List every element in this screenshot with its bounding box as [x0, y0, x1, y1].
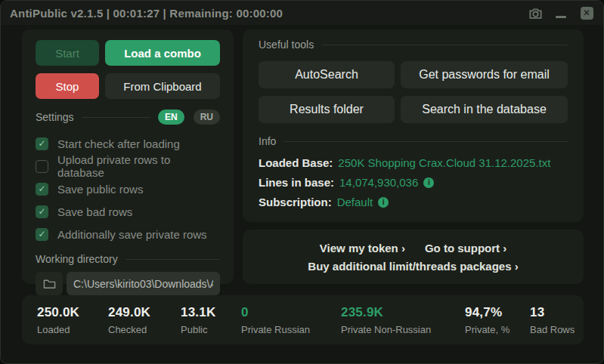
results-folder-button[interactable]: Results folder [259, 96, 395, 123]
info-header: Info [259, 135, 568, 147]
subscription-row: Subscription: Default i [259, 196, 568, 208]
start-button[interactable]: Start [36, 40, 99, 66]
checkbox-icon[interactable] [36, 205, 48, 218]
control-panel: Start Load a combo Stop From Clipboard S… [22, 29, 234, 284]
lines-in-base-value: 14,074,930,036 [339, 176, 418, 189]
checkbox-label: Save bad rows [57, 205, 132, 218]
stat-public: 13.1K Public [181, 305, 215, 335]
checkbox-icon[interactable] [36, 183, 48, 196]
lines-in-base-label: Lines in base: [259, 176, 334, 189]
load-combo-button[interactable]: Load a combo [105, 40, 220, 66]
stop-button[interactable]: Stop [36, 73, 99, 99]
stat-label: Public [181, 324, 215, 335]
language-toggle-ru[interactable]: RU [194, 110, 220, 125]
stat-label: Private Russian [241, 324, 310, 335]
stat-label: Loaded [37, 324, 79, 335]
info-circle-icon[interactable]: i [423, 177, 434, 188]
checkbox-label: Upload private rows to database [57, 153, 220, 179]
info-label: Info [259, 135, 276, 147]
info-circle-icon[interactable]: i [378, 197, 389, 208]
lines-in-base-row: Lines in base: 14,074,930,036 i [259, 176, 568, 189]
stat-label: Checked [108, 324, 150, 335]
stat-label: Bad Rows [530, 324, 575, 335]
checkbox-additionally-save-private-rows[interactable]: Additionally save private rows [36, 223, 220, 245]
loaded-base-value: 250K Shopping Crax.Cloud 31.12.2025.txt [338, 156, 550, 169]
from-clipboard-button[interactable]: From Clipboard [105, 73, 220, 99]
stat-value: 235.9K [341, 305, 431, 320]
subscription-label: Subscription: [259, 196, 332, 208]
titlebar[interactable]: AntiPublic v2.1.5 | 00:01:27 | Remaining… [1, 1, 603, 25]
stat-value: 0 [241, 305, 310, 320]
checkbox-save-bad-rows[interactable]: Save bad rows [36, 200, 220, 223]
stat-value: 249.0K [108, 305, 150, 320]
close-icon[interactable]: ✕ [579, 5, 594, 20]
checkbox-icon[interactable] [36, 160, 48, 173]
links-panel: View my token › Go to support › Buy addi… [243, 230, 584, 284]
go-to-support-link[interactable]: Go to support › [425, 242, 506, 254]
stat-value: 13 [530, 305, 575, 320]
divider [82, 117, 150, 118]
useful-tools-header: Useful tools [259, 39, 568, 51]
stat-value: 250.0K [37, 305, 79, 320]
tools-info-panel: Useful tools AutoSearch Get passwords fo… [243, 29, 584, 222]
app-window: AntiPublic v2.1.5 | 00:01:27 | Remaining… [0, 0, 604, 364]
checkbox-label: Save public rows [57, 183, 143, 196]
folder-icon [43, 278, 56, 289]
screenshot-camera-icon[interactable] [528, 5, 543, 20]
working-directory-header: Working directory [36, 253, 220, 265]
stat-checked: 249.0K Checked [108, 305, 150, 335]
divider [283, 141, 568, 142]
working-directory-control [36, 272, 220, 295]
working-directory-input[interactable] [67, 272, 220, 295]
divider [321, 45, 568, 45]
search-database-button[interactable]: Search in the database [401, 96, 568, 123]
view-my-token-link[interactable]: View my token › [320, 242, 405, 254]
checkbox-label: Start check after loading [57, 137, 180, 150]
checkbox-upload-private-rows[interactable]: Upload private rows to database [36, 155, 220, 177]
stat-label: Private Non-Russian [341, 324, 431, 335]
checkbox-start-check-after-loading[interactable]: Start check after loading [36, 132, 220, 155]
loaded-base-row: Loaded Base: 250K Shopping Crax.Cloud 31… [259, 156, 568, 169]
stat-value: 13.1K [181, 305, 215, 320]
buy-packages-link[interactable]: Buy additional limit/threads packages › [308, 260, 518, 273]
browse-folder-button[interactable] [36, 272, 63, 295]
working-directory-label: Working directory [36, 253, 118, 265]
language-toggle-en[interactable]: EN [158, 110, 184, 125]
settings-label: Settings [36, 111, 74, 123]
window-title: AntiPublic v2.1.5 | 00:01:27 | Remaining… [10, 7, 528, 20]
stat-value: 94,7% [465, 305, 510, 320]
loaded-base-label: Loaded Base: [259, 156, 333, 169]
stat-label: Private, % [465, 324, 510, 335]
checkbox-save-public-rows[interactable]: Save public rows [36, 177, 220, 200]
settings-header: Settings EN RU [36, 110, 220, 125]
stat-bad-rows: 13 Bad Rows [530, 305, 575, 335]
checkbox-label: Additionally save private rows [57, 228, 207, 241]
subscription-value: Default [337, 196, 373, 208]
checkbox-icon[interactable] [36, 228, 48, 241]
stat-loaded: 250.0K Loaded [37, 305, 79, 335]
stats-bar: 250.0K Loaded 249.0K Checked 13.1K Publi… [22, 295, 584, 344]
checkbox-icon[interactable] [36, 137, 48, 150]
titlebar-controls: ✕ [528, 5, 594, 20]
stat-private-russian: 0 Private Russian [241, 305, 310, 335]
stat-private-non-russian: 235.9K Private Non-Russian [341, 305, 431, 335]
get-passwords-button[interactable]: Get passwords for email [401, 61, 568, 88]
minimize-icon[interactable] [553, 5, 568, 20]
autosearch-button[interactable]: AutoSearch [259, 61, 395, 88]
divider [125, 259, 220, 260]
useful-tools-label: Useful tools [259, 39, 314, 51]
stat-private-percent: 94,7% Private, % [465, 305, 510, 335]
